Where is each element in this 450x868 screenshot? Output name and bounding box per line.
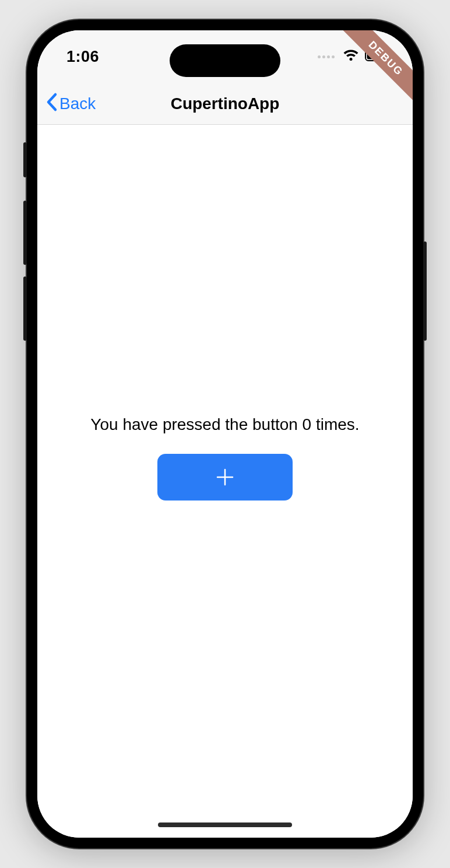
page-title: CupertinoApp: [171, 94, 280, 113]
mute-switch: [23, 142, 27, 177]
home-indicator[interactable]: [158, 822, 292, 827]
wifi-icon: [343, 49, 359, 64]
volume-up-button: [23, 201, 27, 265]
back-button-label: Back: [59, 94, 96, 113]
power-button: [423, 242, 427, 341]
plus-icon: [215, 467, 235, 487]
chevron-left-icon: [45, 91, 58, 116]
screen: DEBUG 1:06: [37, 30, 413, 838]
back-button[interactable]: Back: [45, 83, 96, 124]
dynamic-island: [170, 44, 280, 77]
status-time: 1:06: [66, 48, 99, 66]
counter-label: You have pressed the button 0 times.: [90, 415, 359, 434]
volume-down-button: [23, 276, 27, 341]
content-area: You have pressed the button 0 times.: [37, 125, 413, 838]
increment-button[interactable]: [157, 454, 293, 501]
cellular-icon: [318, 55, 335, 58]
phone-frame: DEBUG 1:06: [27, 20, 423, 848]
navigation-bar: Back CupertinoApp: [37, 83, 413, 125]
